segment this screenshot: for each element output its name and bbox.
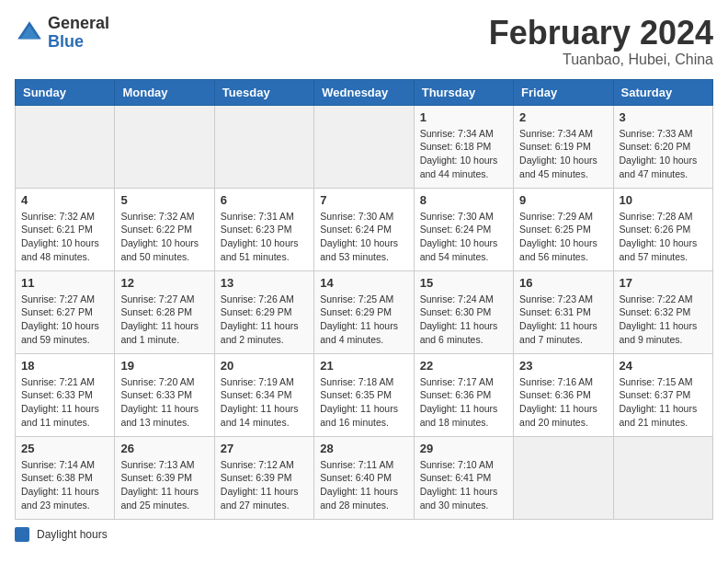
calendar-cell: 1Sunrise: 7:34 AM Sunset: 6:18 PM Daylig…	[414, 105, 513, 188]
day-info: Sunrise: 7:30 AM Sunset: 6:24 PM Dayligh…	[420, 210, 507, 264]
day-number: 28	[320, 442, 407, 455]
calendar-header: SundayMondayTuesdayWednesdayThursdayFrid…	[16, 79, 713, 105]
logo-text: General Blue	[48, 15, 109, 52]
calendar-week-2: 11Sunrise: 7:27 AM Sunset: 6:27 PM Dayli…	[16, 270, 713, 353]
calendar-cell: 4Sunrise: 7:32 AM Sunset: 6:21 PM Daylig…	[16, 188, 115, 270]
day-info: Sunrise: 7:19 AM Sunset: 6:34 PM Dayligh…	[221, 375, 308, 430]
legend: Daylight hours	[15, 527, 713, 542]
day-info: Sunrise: 7:27 AM Sunset: 6:27 PM Dayligh…	[21, 293, 108, 347]
day-info: Sunrise: 7:12 AM Sunset: 6:39 PM Dayligh…	[221, 458, 308, 512]
calendar-cell: 16Sunrise: 7:23 AM Sunset: 6:31 PM Dayli…	[514, 270, 613, 353]
calendar-cell: 6Sunrise: 7:31 AM Sunset: 6:23 PM Daylig…	[214, 188, 313, 270]
header-day-sunday: Sunday	[16, 79, 115, 105]
day-number: 1	[420, 110, 507, 124]
calendar-cell: 14Sunrise: 7:25 AM Sunset: 6:29 PM Dayli…	[314, 270, 414, 353]
day-info: Sunrise: 7:28 AM Sunset: 6:26 PM Dayligh…	[620, 210, 707, 264]
calendar-cell: 5Sunrise: 7:32 AM Sunset: 6:22 PM Daylig…	[115, 188, 214, 270]
day-info: Sunrise: 7:33 AM Sunset: 6:20 PM Dayligh…	[620, 127, 707, 181]
day-info: Sunrise: 7:32 AM Sunset: 6:22 PM Dayligh…	[120, 210, 208, 264]
calendar-cell: 10Sunrise: 7:28 AM Sunset: 6:26 PM Dayli…	[613, 188, 712, 270]
calendar-cell: 13Sunrise: 7:26 AM Sunset: 6:29 PM Dayli…	[214, 270, 313, 353]
header-day-saturday: Saturday	[613, 79, 712, 105]
day-info: Sunrise: 7:25 AM Sunset: 6:29 PM Dayligh…	[320, 293, 407, 347]
day-info: Sunrise: 7:18 AM Sunset: 6:35 PM Dayligh…	[320, 375, 407, 430]
calendar-cell	[115, 105, 214, 188]
day-number: 23	[519, 359, 607, 373]
header-day-wednesday: Wednesday	[314, 79, 414, 105]
calendar-week-0: 1Sunrise: 7:34 AM Sunset: 6:18 PM Daylig…	[16, 105, 713, 188]
day-info: Sunrise: 7:23 AM Sunset: 6:31 PM Dayligh…	[519, 293, 607, 347]
day-number: 13	[221, 276, 308, 290]
day-info: Sunrise: 7:10 AM Sunset: 6:41 PM Dayligh…	[420, 458, 507, 512]
calendar-cell: 11Sunrise: 7:27 AM Sunset: 6:27 PM Dayli…	[16, 270, 115, 353]
calendar-week-4: 25Sunrise: 7:14 AM Sunset: 6:38 PM Dayli…	[16, 436, 713, 519]
day-info: Sunrise: 7:27 AM Sunset: 6:28 PM Dayligh…	[120, 293, 208, 347]
page-header: General Blue February 2024 Tuanbao, Hube…	[15, 15, 713, 68]
location: Tuanbao, Hubei, China	[489, 52, 713, 68]
calendar-cell: 18Sunrise: 7:21 AM Sunset: 6:33 PM Dayli…	[16, 353, 115, 436]
calendar-cell: 9Sunrise: 7:29 AM Sunset: 6:25 PM Daylig…	[514, 188, 613, 270]
day-info: Sunrise: 7:26 AM Sunset: 6:29 PM Dayligh…	[221, 293, 308, 347]
calendar-cell: 28Sunrise: 7:11 AM Sunset: 6:40 PM Dayli…	[314, 436, 414, 519]
day-number: 14	[320, 276, 407, 290]
day-number: 4	[21, 193, 108, 207]
calendar-cell	[214, 105, 313, 188]
day-info: Sunrise: 7:14 AM Sunset: 6:38 PM Dayligh…	[21, 458, 108, 512]
calendar-cell: 7Sunrise: 7:30 AM Sunset: 6:24 PM Daylig…	[314, 188, 414, 270]
day-number: 19	[120, 359, 208, 373]
day-info: Sunrise: 7:34 AM Sunset: 6:18 PM Dayligh…	[420, 127, 507, 181]
day-number: 26	[120, 442, 208, 455]
day-number: 21	[320, 359, 407, 373]
day-number: 17	[620, 276, 707, 290]
header-day-thursday: Thursday	[414, 79, 513, 105]
day-info: Sunrise: 7:15 AM Sunset: 6:37 PM Dayligh…	[620, 375, 707, 430]
day-number: 10	[620, 193, 707, 207]
day-number: 20	[221, 359, 308, 373]
day-info: Sunrise: 7:20 AM Sunset: 6:33 PM Dayligh…	[120, 375, 208, 430]
calendar-table: SundayMondayTuesdayWednesdayThursdayFrid…	[15, 79, 713, 520]
day-number: 16	[519, 276, 607, 290]
calendar-cell: 19Sunrise: 7:20 AM Sunset: 6:33 PM Dayli…	[115, 353, 214, 436]
header-row: SundayMondayTuesdayWednesdayThursdayFrid…	[16, 79, 713, 105]
day-number: 24	[620, 359, 707, 373]
calendar-cell	[314, 105, 414, 188]
calendar-cell: 25Sunrise: 7:14 AM Sunset: 6:38 PM Dayli…	[16, 436, 115, 519]
calendar-week-3: 18Sunrise: 7:21 AM Sunset: 6:33 PM Dayli…	[16, 353, 713, 436]
day-number: 8	[420, 193, 507, 207]
calendar-cell: 20Sunrise: 7:19 AM Sunset: 6:34 PM Dayli…	[214, 353, 313, 436]
calendar-cell: 21Sunrise: 7:18 AM Sunset: 6:35 PM Dayli…	[314, 353, 414, 436]
calendar-body: 1Sunrise: 7:34 AM Sunset: 6:18 PM Daylig…	[16, 105, 713, 519]
day-info: Sunrise: 7:30 AM Sunset: 6:24 PM Dayligh…	[320, 210, 407, 264]
calendar-cell: 29Sunrise: 7:10 AM Sunset: 6:41 PM Dayli…	[414, 436, 513, 519]
calendar-cell	[16, 105, 115, 188]
logo-blue: Blue	[48, 32, 84, 51]
day-info: Sunrise: 7:22 AM Sunset: 6:32 PM Dayligh…	[620, 293, 707, 347]
calendar-cell: 22Sunrise: 7:17 AM Sunset: 6:36 PM Dayli…	[414, 353, 513, 436]
day-number: 22	[420, 359, 507, 373]
calendar-cell: 3Sunrise: 7:33 AM Sunset: 6:20 PM Daylig…	[613, 105, 712, 188]
logo-icon	[15, 18, 44, 48]
day-info: Sunrise: 7:16 AM Sunset: 6:36 PM Dayligh…	[519, 375, 607, 430]
title-block: February 2024 Tuanbao, Hubei, China	[489, 15, 713, 68]
day-info: Sunrise: 7:29 AM Sunset: 6:25 PM Dayligh…	[519, 210, 607, 264]
calendar-week-1: 4Sunrise: 7:32 AM Sunset: 6:21 PM Daylig…	[16, 188, 713, 270]
day-number: 3	[620, 110, 707, 124]
day-number: 9	[519, 193, 607, 207]
calendar-cell: 27Sunrise: 7:12 AM Sunset: 6:39 PM Dayli…	[214, 436, 313, 519]
day-number: 11	[21, 276, 108, 290]
day-info: Sunrise: 7:21 AM Sunset: 6:33 PM Dayligh…	[21, 375, 108, 430]
day-info: Sunrise: 7:13 AM Sunset: 6:39 PM Dayligh…	[120, 458, 208, 512]
day-number: 27	[221, 442, 308, 455]
legend-color-box	[15, 527, 29, 542]
day-number: 2	[519, 110, 607, 124]
calendar-cell	[613, 436, 712, 519]
calendar-cell: 26Sunrise: 7:13 AM Sunset: 6:39 PM Dayli…	[115, 436, 214, 519]
month-title: February 2024	[489, 15, 713, 52]
calendar-cell: 8Sunrise: 7:30 AM Sunset: 6:24 PM Daylig…	[414, 188, 513, 270]
day-info: Sunrise: 7:17 AM Sunset: 6:36 PM Dayligh…	[420, 375, 507, 430]
header-day-monday: Monday	[115, 79, 214, 105]
day-number: 29	[420, 442, 507, 455]
day-number: 7	[320, 193, 407, 207]
day-number: 18	[21, 359, 108, 373]
day-info: Sunrise: 7:11 AM Sunset: 6:40 PM Dayligh…	[320, 458, 407, 512]
